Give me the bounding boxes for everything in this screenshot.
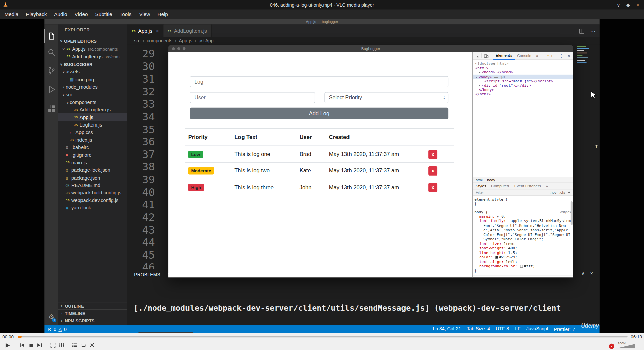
script-src-link[interactable]: "main.js" <box>511 79 531 83</box>
tree-item-webpackdevconfigjs[interactable]: JSwebpack.dev.config.js <box>58 197 127 204</box>
close-icon[interactable]: × <box>61 46 66 51</box>
tree-item-webpackbuildconfigjs[interactable]: JSwebpack.build.config.js <box>58 189 127 197</box>
tab-event-listeners[interactable]: Event Listeners <box>512 184 543 188</box>
priority-select[interactable]: Select Priority ▴▾ <box>324 92 448 103</box>
style-source-link[interactable]: <style> <box>560 277 572 277</box>
device-toolbar-icon[interactable] <box>484 54 489 58</box>
warning-badge[interactable]: ⚠ 1 <box>547 54 553 58</box>
npm-scripts-section[interactable]: ›NPM SCRIPTS <box>58 317 127 324</box>
extended-settings-button[interactable] <box>57 341 65 349</box>
fullscreen-button[interactable] <box>49 341 57 349</box>
source-control-icon[interactable] <box>44 65 58 76</box>
new-rule-button[interactable]: + <box>568 190 570 194</box>
menu-media[interactable]: Media <box>1 9 22 19</box>
crumb-body[interactable]: body <box>487 178 495 182</box>
search-icon[interactable] <box>44 47 58 58</box>
user-input[interactable] <box>190 92 315 103</box>
panel-tab-problems[interactable]: PROBLEMS <box>134 272 160 277</box>
next-button[interactable] <box>35 341 43 349</box>
tree-item-mainjs[interactable]: JSmain.js <box>58 159 127 166</box>
menu-subtitle[interactable]: Subtitle <box>91 9 116 19</box>
play-button[interactable] <box>3 341 11 349</box>
delete-log-button[interactable]: x <box>428 166 437 175</box>
log-input[interactable] <box>190 76 448 87</box>
devtools-tab-elements[interactable]: Elements <box>493 52 515 60</box>
seek-progress[interactable] <box>18 336 22 338</box>
close-button[interactable]: × <box>636 2 639 8</box>
filter-input[interactable]: Filter <box>476 190 484 194</box>
open-editor-appjs[interactable]: × JS App.js src/components <box>58 45 127 52</box>
tab-addlogitemjs[interactable]: JS AddLogItem.js <box>163 24 211 37</box>
tree-item-src[interactable]: ∨src <box>58 91 127 99</box>
tree-item-components[interactable]: ∨components <box>58 98 127 106</box>
video-surface[interactable]: App.js — buglogger <box>0 19 644 333</box>
elements-tree[interactable]: <!doctype html> <html> ▸<head>…</head> ▾… <box>473 60 573 130</box>
devtools-menu-icon[interactable]: ⋮ <box>559 53 564 59</box>
style-source-link[interactable]: <style> <box>560 210 572 214</box>
run-debug-icon[interactable] <box>44 84 58 95</box>
problems-status[interactable]: ⊗ 0 △ 0 <box>48 326 67 332</box>
traffic-light-buttons[interactable] <box>172 47 185 50</box>
formatter-status[interactable]: Prettier: ✓ <box>554 326 576 332</box>
menu-help[interactable]: Help <box>154 9 172 19</box>
tree-item-logitemjs[interactable]: JSLogItem.js <box>58 121 127 129</box>
crumb-html[interactable]: html <box>476 178 483 182</box>
tab-appjs[interactable]: JS App.js × <box>127 24 163 37</box>
delete-log-button[interactable]: x <box>428 150 437 159</box>
tree-item-assets[interactable]: ∨assets <box>58 68 127 76</box>
tree-item-iconpng[interactable]: icon.png <box>58 76 127 84</box>
close-icon[interactable]: × <box>156 28 159 34</box>
tab-size[interactable]: Tab Size: 4 <box>467 326 490 332</box>
tree-item-babelrc[interactable]: ⚙.babelrc <box>58 144 127 151</box>
more-actions-icon[interactable]: ⋯ <box>590 28 596 34</box>
eol[interactable]: LF <box>515 326 520 332</box>
settings-gear-icon[interactable]: ⚙ 1 <box>44 312 58 321</box>
open-editor-addlogitemjs[interactable]: JS AddLogItem.js src/com... <box>58 53 127 60</box>
devtools-tab-console[interactable]: Console <box>515 52 534 60</box>
menu-audio[interactable]: Audio <box>50 9 71 19</box>
tree-item-appcss[interactable]: #App.css <box>58 129 127 136</box>
playlist-button[interactable] <box>71 341 79 349</box>
stop-button[interactable] <box>27 341 35 349</box>
follow-link-tooltip[interactable]: Follow Link (Cmd + click) <box>139 332 193 333</box>
class-button[interactable]: .cls <box>559 190 565 194</box>
tab-styles[interactable]: Styles <box>474 184 488 188</box>
seek-slider[interactable] <box>18 336 628 338</box>
menu-video[interactable]: Video <box>71 9 92 19</box>
hover-state-button[interactable]: :hov <box>550 190 557 194</box>
tree-item-nodemodules[interactable]: ›node_modules <box>58 83 127 91</box>
loop-button[interactable] <box>79 341 87 349</box>
open-editors-section[interactable]: ∨ OPEN EDITORS <box>58 37 127 45</box>
menu-tools[interactable]: Tools <box>116 9 136 19</box>
styles-pane[interactable]: element.style { } body {<style> margin: … <box>473 196 573 278</box>
shuffle-button[interactable] <box>88 341 96 349</box>
split-editor-icon[interactable] <box>579 28 585 34</box>
menu-view[interactable]: View <box>135 9 154 19</box>
encoding[interactable]: UTF-8 <box>496 326 509 332</box>
cursor-position[interactable]: Ln 34, Col 21 <box>433 326 461 332</box>
app-titlebar[interactable]: BugLogger <box>168 45 573 52</box>
previous-button[interactable] <box>18 341 26 349</box>
extensions-icon[interactable] <box>44 103 58 114</box>
tree-item-packagelockjson[interactable]: {}package-lock.json <box>58 166 127 174</box>
selected-node[interactable]: ▾<body>== $0 <box>473 74 573 79</box>
breadcrumb[interactable]: src › components › App.js › @ App <box>127 37 600 44</box>
tree-item-yarnlock[interactable]: ◉yarn.lock <box>58 204 127 212</box>
tree-item-indexjs[interactable]: JSindex.js <box>58 136 127 144</box>
tab-computed[interactable]: Computed <box>489 184 511 188</box>
minimize-button[interactable]: ∨ <box>616 2 620 8</box>
minimap[interactable] <box>577 45 591 68</box>
tree-item-appjs[interactable]: JSApp.js <box>58 113 127 121</box>
volume-muted-icon[interactable]: × <box>609 344 614 349</box>
devtools-close-icon[interactable]: × <box>568 53 570 59</box>
tree-item-gitignore[interactable]: ◆.gitignore <box>58 151 127 159</box>
timeline-section[interactable]: ›TIMELINE <box>58 309 127 317</box>
outline-section[interactable]: ›OUTLINE <box>58 302 127 309</box>
scrollbar-thumb[interactable] <box>571 201 573 225</box>
menu-playback[interactable]: Playback <box>22 9 50 19</box>
tree-item-readmemd[interactable]: ⓘREADME.md <box>58 182 127 189</box>
maximize-button[interactable]: ◆ <box>626 2 630 8</box>
delete-log-button[interactable]: x <box>428 183 437 192</box>
tree-item-addlogitemjs[interactable]: JSAddLogItem.js <box>58 106 127 114</box>
tree-item-packagejson[interactable]: {}package.json <box>58 174 127 182</box>
